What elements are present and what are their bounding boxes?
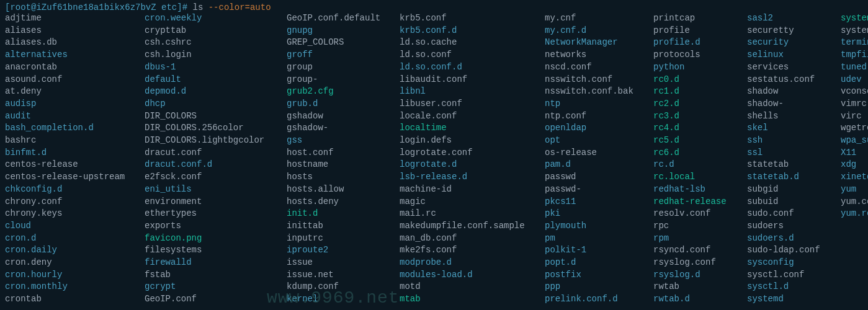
ls-entry: man_db.conf — [400, 232, 534, 245]
ls-entry: statetab — [747, 159, 830, 171]
ls-entry: audit — [5, 110, 133, 123]
ls-entry: cron.monthly — [5, 281, 133, 293]
ls-entry: securetty — [747, 25, 830, 37]
ls-entry: openldap — [545, 122, 642, 135]
prompt-user: root — [10, 2, 31, 12]
ls-entry: sysctl.conf — [747, 269, 830, 281]
ls-entry: statetab.d — [747, 171, 830, 184]
ls-entry: DIR_COLORS — [145, 110, 275, 123]
ls-entry: gss — [287, 135, 388, 147]
ls-entry: virc — [841, 110, 868, 123]
ls-entry: bash_completion.d — [5, 122, 133, 135]
ls-entry: opt — [545, 135, 642, 147]
ls-entry: inittab — [287, 220, 388, 232]
ls-entry: xdg — [841, 159, 868, 171]
ls-entry: ethertypes — [145, 208, 275, 220]
ls-entry: dracut.conf — [145, 147, 275, 159]
ls-entry: rsyslog.d — [653, 269, 736, 281]
ls-entry: cron.weekly — [145, 12, 275, 25]
ls-entry: exports — [145, 220, 275, 232]
ls-entry: udev — [841, 74, 868, 86]
ls-entry: hostname — [287, 159, 388, 171]
ls-entry: sysctl.d — [747, 281, 830, 293]
ls-entry: makedumpfile.conf.sample — [400, 220, 534, 232]
ls-entry: passwd- — [545, 184, 642, 196]
ls-entry: favicon.png — [145, 232, 275, 245]
ls-entry: gshadow- — [287, 122, 388, 135]
ls-entry: groff — [287, 49, 388, 61]
ls-entry: systemd — [747, 293, 830, 306]
ls-entry: pki — [545, 208, 642, 220]
ls-entry: mke2fs.conf — [400, 244, 534, 257]
ls-entry: environment — [145, 196, 275, 208]
ls-entry: rc6.d — [653, 147, 736, 159]
ls-entry: chrony.conf — [5, 196, 133, 208]
ls-entry: my.cnf — [545, 12, 642, 25]
ls-entry: locale.conf — [400, 110, 534, 123]
ls-entry: GeoIP.conf.default — [287, 12, 388, 25]
ls-entry: magic — [400, 196, 534, 208]
ls-entry: sysconfig — [747, 257, 830, 269]
ls-entry: rc3.d — [653, 110, 736, 123]
ls-entry: centos-release-upstream — [5, 171, 133, 184]
ls-entry: libaudit.conf — [400, 74, 534, 86]
ls-entry: pm — [545, 232, 642, 245]
ls-entry: krb5.conf — [400, 12, 534, 25]
ls-entry: rc.local — [653, 171, 736, 184]
ls-entry: printcap — [653, 12, 736, 25]
ls-entry: cron.d — [5, 232, 133, 245]
ls-entry: vimrc — [841, 98, 868, 110]
ls-entry: default — [145, 74, 275, 86]
ls-entry: rsyncd.conf — [653, 244, 736, 257]
ls-entry: crontab — [5, 293, 133, 306]
ls-entry: redhat-release — [653, 196, 736, 208]
ls-entry: services — [747, 61, 830, 74]
ls-entry: xinetd.d — [841, 171, 868, 184]
ls-entry: at.deny — [5, 86, 133, 98]
ls-entry: rc0.d — [653, 74, 736, 86]
ls-entry: polkit-1 — [545, 244, 642, 257]
ls-entry: crypttab — [145, 25, 275, 37]
prompt-path: etc — [161, 2, 177, 12]
ls-entry: ppp — [545, 281, 642, 293]
ls-entry: profile.d — [653, 37, 736, 49]
ls-entry: inputrc — [287, 232, 388, 245]
ls-entry: shadow — [747, 86, 830, 98]
ls-entry: mtab — [400, 293, 534, 306]
ls-entry: rpc — [653, 220, 736, 232]
ls-entry: shadow- — [747, 98, 830, 110]
ls-entry: init.d — [287, 208, 388, 220]
ls-entry: rc5.d — [653, 135, 736, 147]
ls-entry: lsb-release.d — [400, 171, 534, 184]
ls-entry: dbus-1 — [145, 61, 275, 74]
ls-entry: sasl2 — [747, 12, 830, 25]
ls-entry: csh.login — [145, 49, 275, 61]
ls-entry: tuned — [841, 61, 868, 74]
ls-entry: logrotate.conf — [400, 147, 534, 159]
ls-entry: security — [747, 37, 830, 49]
ls-entry: rc4.d — [653, 122, 736, 135]
ls-entry: tmpfiles.d — [841, 49, 868, 61]
ls-entry: fstab — [145, 269, 275, 281]
ls-entry: dracut.conf.d — [145, 159, 275, 171]
ls-column: printcapprofileprofile.dprotocolspythonr… — [653, 12, 736, 306]
ls-entry: yum.conf — [841, 196, 868, 208]
ls-entry: rc.d — [653, 159, 736, 171]
ls-entry: X11 — [841, 147, 868, 159]
ls-column: GeoIP.conf.defaultgnupgGREP_COLORSgroffg… — [287, 12, 388, 306]
ls-entry: os-release — [545, 147, 642, 159]
ls-entry: rwtab.d — [653, 293, 736, 306]
ls-entry: python — [653, 61, 736, 74]
ls-entry: NetworkManager — [545, 37, 642, 49]
ls-entry: krb5.conf.d — [400, 25, 534, 37]
ls-entry: pam.d — [545, 159, 642, 171]
ls-entry: centos-release — [5, 159, 133, 171]
ls-entry: iproute2 — [287, 244, 388, 257]
ls-entry: issue.net — [287, 269, 388, 281]
ls-entry: sudo.conf — [747, 208, 830, 220]
ls-entry: networks — [545, 49, 642, 61]
ls-entry: nscd.conf — [545, 61, 642, 74]
ls-entry: redhat-lsb — [653, 184, 736, 196]
ls-entry: yum — [841, 184, 868, 196]
ls-entry: GREP_COLORS — [287, 37, 388, 49]
